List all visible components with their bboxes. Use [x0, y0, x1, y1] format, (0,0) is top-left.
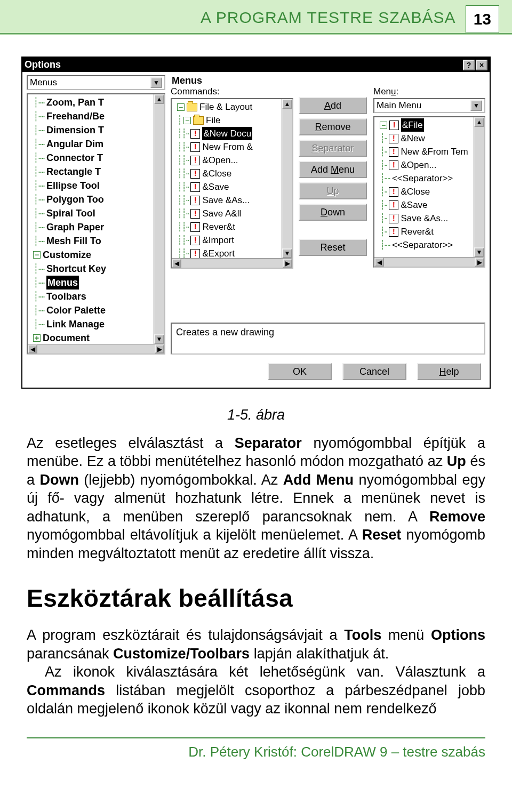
tree-item[interactable]: Spiral Tool — [46, 206, 95, 220]
tree-item[interactable]: &Import — [202, 234, 234, 247]
reset-button[interactable]: Reset — [299, 239, 367, 256]
tree-item[interactable]: &New — [401, 132, 425, 145]
tree-item[interactable]: Color Palette — [46, 303, 106, 317]
scroll-left-icon[interactable]: ◀ — [172, 259, 181, 268]
tree-item[interactable]: Rever&t — [401, 225, 433, 238]
tree-item-selected[interactable]: &New Docu — [202, 127, 252, 140]
tree-item[interactable]: &Save — [401, 198, 427, 212]
tree-item[interactable]: File — [206, 114, 220, 127]
menu-combo-value: Main Menu — [377, 100, 421, 111]
tree-item[interactable]: Ellipse Tool — [46, 179, 100, 192]
tree-item[interactable]: Zoom, Pan T — [46, 95, 104, 109]
body-text: 1-5. ábra Az esetleges elválasztást a Se… — [0, 389, 512, 718]
expand-icon[interactable]: + — [33, 334, 41, 342]
tree-item-selected[interactable]: Menus — [46, 276, 79, 290]
command-icon: ! — [190, 222, 200, 232]
tree-item[interactable]: Shortcut Key — [46, 262, 106, 276]
tree-item[interactable]: New From & — [202, 140, 252, 154]
paragraph: Az esetleges elválasztást a Separator ny… — [27, 434, 485, 563]
chevron-down-icon[interactable]: ▼ — [150, 77, 162, 88]
scroll-up-icon[interactable]: ▲ — [282, 99, 292, 109]
btn-label: own — [327, 207, 345, 218]
tree-item[interactable]: Freehand/Be — [46, 109, 105, 123]
scroll-right-icon[interactable]: ▶ — [283, 259, 292, 268]
tree-item[interactable]: Polygon Too — [46, 192, 104, 206]
tree-item[interactable]: &Close — [202, 167, 231, 180]
scroll-left-icon[interactable]: ◀ — [374, 258, 384, 267]
tree-item[interactable]: Dimension T — [46, 123, 104, 137]
up-button[interactable]: Up — [299, 182, 367, 199]
scrollbar-horizontal[interactable]: ◀ ▶ — [374, 257, 484, 267]
scrollbar-vertical[interactable]: ▲ ▼ — [474, 117, 484, 257]
collapse-icon[interactable]: − — [183, 117, 191, 124]
category-combo-value: Menus — [30, 77, 57, 88]
scroll-up-icon[interactable]: ▲ — [154, 94, 164, 104]
tree-item[interactable]: <<Separator>> — [392, 172, 453, 185]
scroll-down-icon[interactable]: ▼ — [282, 248, 292, 258]
left-tree[interactable]: ┊····Zoom, Pan T ┊····Freehand/Be ┊····D… — [27, 93, 165, 355]
help-button[interactable]: Help — [417, 363, 481, 380]
command-icon: ! — [389, 147, 398, 157]
tree-item[interactable]: Connector T — [46, 151, 103, 165]
add-button[interactable]: Add — [299, 97, 367, 114]
tree-item[interactable]: Angular Dim — [46, 137, 103, 151]
titlebar[interactable]: Options ? × — [22, 58, 490, 72]
tree-item[interactable]: <<Separator>> — [392, 238, 453, 252]
description-box: Creates a new drawing — [171, 323, 485, 355]
paragraph: Az ikonok kiválasztására két lehetőségün… — [27, 663, 485, 718]
chevron-down-icon[interactable]: ▼ — [470, 100, 482, 111]
tree-node-document[interactable]: Document — [43, 331, 90, 345]
tree-item[interactable]: &Open... — [401, 158, 436, 172]
scroll-right-icon[interactable]: ▶ — [475, 258, 484, 267]
down-button[interactable]: Down — [299, 204, 367, 221]
scrollbar-horizontal[interactable]: ◀ ▶ — [172, 258, 292, 268]
scrollbar-horizontal[interactable]: ◀ ▶ — [28, 344, 164, 353]
separator-button[interactable]: Separator — [299, 140, 367, 157]
close-icon[interactable]: × — [476, 60, 487, 70]
tree-item[interactable]: New &From Tem — [401, 145, 468, 158]
collapse-icon[interactable]: − — [33, 251, 41, 259]
tree-item[interactable]: Toolbars — [46, 290, 86, 303]
menu-combo[interactable]: Main Menu ▼ — [373, 98, 485, 113]
command-icon: ! — [190, 236, 200, 245]
scroll-up-icon[interactable]: ▲ — [474, 117, 484, 127]
tree-node-customize[interactable]: Customize — [43, 248, 91, 262]
command-icon: ! — [389, 200, 398, 210]
tree-item[interactable]: Rever&t — [202, 220, 235, 234]
help-icon[interactable]: ? — [463, 60, 475, 70]
command-icon: ! — [389, 160, 398, 170]
scroll-left-icon[interactable]: ◀ — [28, 344, 37, 353]
category-combo[interactable]: Menus ▼ — [27, 75, 165, 90]
ok-button[interactable]: OK — [268, 363, 332, 380]
btn-label: elp — [446, 366, 459, 377]
paragraph: A program eszköztárait és tulajdonságsáv… — [27, 626, 485, 663]
tree-item[interactable]: Graph Paper — [46, 220, 104, 234]
tree-item[interactable]: Mesh Fill To — [46, 234, 101, 248]
tree-item[interactable]: Save A&ll — [202, 207, 241, 220]
tree-item[interactable]: &Save — [202, 180, 229, 194]
addmenu-button[interactable]: Add Menu — [299, 161, 367, 178]
figure-caption: 1-5. ábra — [27, 406, 485, 424]
collapse-icon[interactable]: − — [380, 122, 387, 129]
scrollbar-vertical[interactable]: ▲ ▼ — [154, 94, 164, 344]
tree-item-selected[interactable]: &File — [401, 118, 424, 132]
tree-item[interactable]: &Open... — [202, 154, 238, 167]
scroll-right-icon[interactable]: ▶ — [155, 344, 164, 353]
tree-item[interactable]: File & Layout — [199, 100, 252, 114]
command-icon: ! — [190, 142, 200, 152]
tree-item[interactable]: Rectangle T — [46, 165, 101, 179]
group-label: Menus — [171, 75, 485, 86]
commands-tree[interactable]: −File & Layout ┊−File ┊┊··!&New Docu ┊┊·… — [171, 98, 293, 269]
remove-button[interactable]: Remove — [299, 118, 367, 135]
menu-tree[interactable]: −!&File ┊··!&New ┊··!New &From Tem ┊··!&… — [373, 116, 485, 268]
scroll-down-icon[interactable]: ▼ — [154, 334, 164, 344]
scrollbar-vertical[interactable]: ▲ ▼ — [282, 99, 292, 258]
cancel-button[interactable]: Cancel — [342, 363, 406, 380]
tree-item[interactable]: &Close — [401, 185, 430, 198]
command-icon: ! — [190, 196, 200, 205]
tree-item[interactable]: Save &As... — [401, 212, 448, 225]
tree-item[interactable]: Link Manage — [46, 317, 105, 331]
scroll-down-icon[interactable]: ▼ — [474, 247, 484, 257]
tree-item[interactable]: Save &As... — [202, 194, 250, 207]
collapse-icon[interactable]: − — [177, 103, 185, 111]
